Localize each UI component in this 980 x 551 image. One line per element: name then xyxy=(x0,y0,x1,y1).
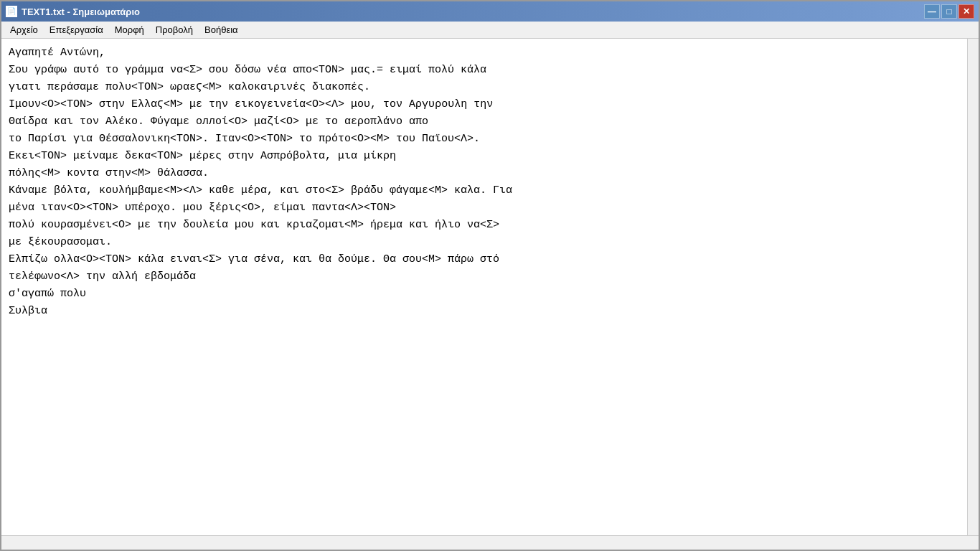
window-controls: — □ ✕ xyxy=(924,4,974,19)
minimize-button[interactable]: — xyxy=(924,4,940,19)
menu-edit[interactable]: Επεξεργασία xyxy=(44,23,109,37)
status-bar xyxy=(1,535,979,550)
scrollbar[interactable] xyxy=(967,39,979,535)
close-button[interactable]: ✕ xyxy=(958,4,974,19)
document-text[interactable]: Αγαπητέ Αντώνη, Σου γράφω αυτό το γράμμα… xyxy=(9,44,960,320)
main-area: Αγαπητέ Αντώνη, Σου γράφω αυτό το γράμμα… xyxy=(1,39,979,535)
menu-format[interactable]: Μορφή xyxy=(109,23,150,37)
window-title: TEXT1.txt - Σημειωματάριο xyxy=(22,6,140,17)
title-bar: 📄 TEXT1.txt - Σημειωματάριο — □ ✕ xyxy=(1,1,979,22)
menu-file[interactable]: Αρχείο xyxy=(4,23,44,37)
text-editor[interactable]: Αγαπητέ Αντώνη, Σου γράφω αυτό το γράμμα… xyxy=(1,39,967,535)
menu-help[interactable]: Βοήθεια xyxy=(199,23,244,37)
maximize-button[interactable]: □ xyxy=(941,4,957,19)
menu-bar: Αρχείο Επεξεργασία Μορφή Προβολή Βοήθεια xyxy=(1,22,979,39)
app-icon: 📄 xyxy=(6,6,17,17)
title-bar-left: 📄 TEXT1.txt - Σημειωματάριο xyxy=(6,6,140,17)
main-window: 📄 TEXT1.txt - Σημειωματάριο — □ ✕ Αρχείο… xyxy=(0,0,980,551)
menu-view[interactable]: Προβολή xyxy=(150,23,199,37)
